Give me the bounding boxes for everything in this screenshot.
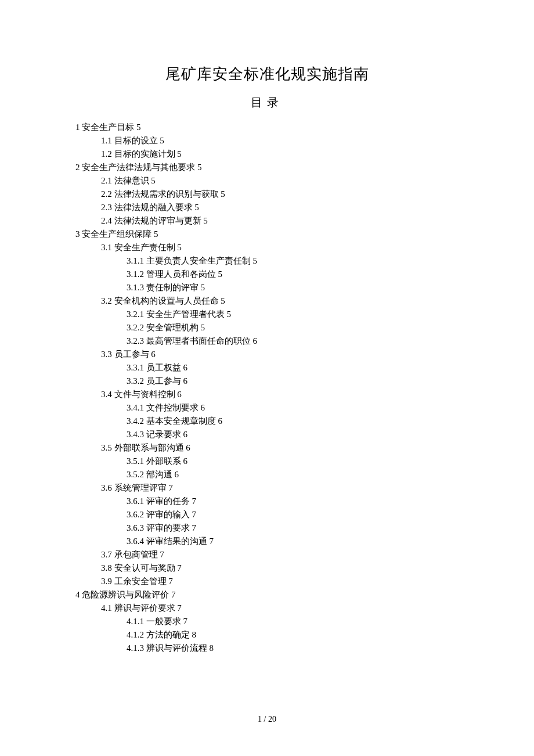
toc-entry: 3.2.3 最高管理者书面任命的职位 6 xyxy=(75,334,459,348)
toc-entry: 3.2.2 安全管理机构 5 xyxy=(75,321,459,334)
toc-entry: 3.1.2 管理人员和各岗位 5 xyxy=(75,268,459,281)
toc-entry: 3.6.3 评审的要求 7 xyxy=(75,521,459,535)
toc-entry: 3.1.3 责任制的评审 5 xyxy=(75,281,459,294)
table-of-contents: 1 安全生产目标 51.1 目标的设立 51.2 目标的实施计划 52 安全生产… xyxy=(75,121,459,655)
toc-entry: 2.3 法律法规的融入要求 5 xyxy=(75,201,459,214)
toc-entry: 4.1.1 一般要求 7 xyxy=(75,615,459,628)
toc-entry: 4.1.3 辨识与评价流程 8 xyxy=(75,642,459,655)
toc-entry: 1.2 目标的实施计划 5 xyxy=(75,147,459,161)
toc-entry: 3.6.4 评审结果的沟通 7 xyxy=(75,535,459,548)
toc-entry: 1 安全生产目标 5 xyxy=(75,121,459,134)
toc-entry: 3.5 外部联系与部沟通 6 xyxy=(75,441,459,455)
toc-entry: 3.6 系统管理评审 7 xyxy=(75,481,459,495)
toc-entry: 2.1 法律意识 5 xyxy=(75,174,459,188)
toc-entry: 3.2 安全机构的设置与人员任命 5 xyxy=(75,294,459,308)
toc-entry: 3.5.2 部沟通 6 xyxy=(75,468,459,481)
toc-entry: 3.7 承包商管理 7 xyxy=(75,548,459,561)
toc-entry: 4 危险源辨识与风险评价 7 xyxy=(75,588,459,602)
toc-entry: 1.1 目标的设立 5 xyxy=(75,134,459,147)
toc-entry: 3.3.2 员工参与 6 xyxy=(75,375,459,388)
toc-entry: 3 安全生产组织保障 5 xyxy=(75,228,459,241)
toc-entry: 3.5.1 外部联系 6 xyxy=(75,455,459,468)
toc-entry: 3.4 文件与资料控制 6 xyxy=(75,388,459,401)
toc-entry: 3.4.1 文件控制要求 6 xyxy=(75,401,459,415)
toc-entry: 3.1.1 主要负责人安全生产责任制 5 xyxy=(75,254,459,268)
toc-entry: 3.2.1 安全生产管理者代表 5 xyxy=(75,308,459,321)
page-footer: 1 / 20 xyxy=(0,715,534,724)
toc-entry: 3.3 员工参与 6 xyxy=(75,348,459,361)
toc-entry: 2.2 法律法规需求的识别与获取 5 xyxy=(75,188,459,201)
toc-entry: 2.4 法律法规的评审与更新 5 xyxy=(75,214,459,228)
toc-entry: 3.3.1 员工权益 6 xyxy=(75,361,459,375)
toc-entry: 3.6.1 评审的任务 7 xyxy=(75,495,459,508)
toc-entry: 2 安全生产法律法规与其他要求 5 xyxy=(75,161,459,174)
toc-entry: 3.1 安全生产责任制 5 xyxy=(75,241,459,254)
toc-entry: 3.4.3 记录要求 6 xyxy=(75,428,459,441)
toc-entry: 3.4.2 基本安全规章制度 6 xyxy=(75,415,459,428)
toc-heading: 目录 xyxy=(75,95,459,110)
document-title: 尾矿库安全标准化规实施指南 xyxy=(75,64,459,84)
toc-entry: 3.9 工余安全管理 7 xyxy=(75,575,459,588)
toc-entry: 4.1.2 方法的确定 8 xyxy=(75,628,459,642)
toc-entry: 3.8 安全认可与奖励 7 xyxy=(75,561,459,575)
toc-entry: 3.6.2 评审的输入 7 xyxy=(75,508,459,521)
toc-entry: 4.1 辨识与评价要求 7 xyxy=(75,602,459,615)
